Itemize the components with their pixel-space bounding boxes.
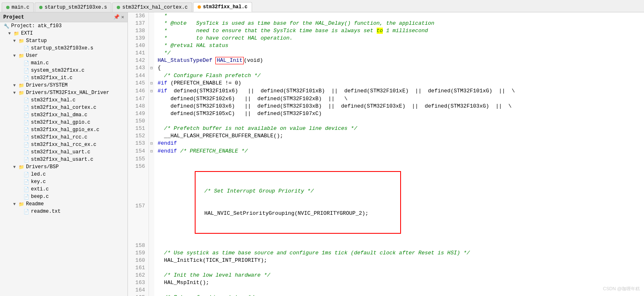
tree-hal-gpio[interactable]: 📄 stm32f1xx_hal_gpio.c [0, 119, 127, 126]
tree-hal-rcc[interactable]: 📄 stm32f1xx_hal_rcc.c [0, 134, 127, 141]
tree-hal-driver-folder[interactable]: ▼ 📁 Drivers/STM32F1xx_HAL_Driver [0, 89, 127, 96]
tree-it-file[interactable]: 📄 stm32f1xx_it.c [0, 74, 127, 82]
line-143: 143 ⊟ { [128, 64, 644, 72]
drivers-system-arrow: ▼ [13, 83, 18, 88]
linenum-148: 148 [128, 103, 149, 110]
line-150: 150 [128, 117, 644, 125]
it-file-label: stm32f1xx_it.c [31, 75, 73, 81]
linefold-160 [149, 257, 154, 264]
beep-c-icon: 📄 [23, 194, 30, 200]
linecontent-143: { [154, 64, 644, 72]
linefold-150 [149, 117, 154, 125]
tree-user-folder[interactable]: ▼ 📁 User [0, 52, 127, 59]
sidebar-controls: 📌 ✕ [113, 14, 124, 20]
linefold-165 [149, 294, 154, 296]
linecontent-149: defined(STM32F105xC) || defined(STM32F10… [154, 110, 644, 117]
exti-c-label: exti.c [31, 186, 49, 192]
hal-driver-arrow: ▼ [13, 91, 18, 95]
tab-label-hal: stm32f1xx_hal.c [203, 4, 248, 10]
linenum-137: 137 [128, 20, 149, 27]
tree-beep-c[interactable]: 📄 beep.c [0, 193, 127, 200]
main-content: Project 📌 ✕ 🔧 Project: atk_f103 ▼ [0, 12, 644, 296]
line-154: 154 ⊟ #endif /* PREFETCH_ENABLE */ [128, 148, 644, 155]
tree-hal-usart[interactable]: 📄 stm32f1xx_hal_usart.c [0, 156, 127, 163]
hal-rcc-ex-icon: 📄 [23, 142, 30, 148]
sidebar-close-button[interactable]: ✕ [121, 14, 124, 20]
linenum-165: 165 [128, 294, 149, 296]
tree-hal-c[interactable]: 📄 stm32f1xx_hal.c [0, 96, 127, 104]
hal-c-icon: 📄 [23, 97, 30, 103]
line-159: 159 /* Use systick as time base source a… [128, 249, 644, 257]
bsp-arrow: ▼ [13, 165, 18, 169]
linecontent-165: /* Return function status */ [154, 294, 644, 296]
tree-hal-rcc-ex[interactable]: 📄 stm32f1xx_hal_rcc_ex.c [0, 141, 127, 148]
tree-hal-uart[interactable]: 📄 stm32f1xx_hal_uart.c [0, 148, 127, 156]
tree-startup-file[interactable]: 📄 startup_stm32f103xe.s [0, 45, 127, 52]
code-editor[interactable]: 136 * 137 * @note SysTick is used as tim… [128, 12, 644, 296]
tree-exti[interactable]: ▼ 📁 EXTI [0, 30, 127, 37]
hal-rcc-ex-label: stm32f1xx_hal_rcc_ex.c [31, 142, 96, 148]
linenum-136: 136 [128, 12, 149, 20]
tab-dot-hal [198, 5, 201, 9]
line-147: 147 defined(STM32F102x6) || defined(STM3… [128, 95, 644, 103]
tree-readme-txt[interactable]: 📄 readme.txt [0, 208, 127, 215]
tree-hal-dma[interactable]: 📄 stm32f1xx_hal_dma.c [0, 111, 127, 119]
key-c-label: key.c [31, 179, 46, 185]
linecontent-164 [154, 287, 644, 294]
hal-c-label: stm32f1xx_hal.c [31, 97, 75, 103]
tree-hal-gpio-ex[interactable]: 📄 stm32f1xx_hal_gpio_ex.c [0, 126, 127, 134]
tree-drivers-system[interactable]: ▼ 📁 Drivers/SYSTEM [0, 82, 127, 89]
line-165: 165 /* Return function status */ [128, 294, 644, 296]
hal-driver-folder-icon: 📁 [18, 90, 25, 96]
tab-startup[interactable]: startup_stm32f103xe.s [35, 2, 111, 12]
led-c-icon: 📄 [23, 171, 30, 177]
line-142: 142 HAL_StatusTypeDef HAL_Init(void) [128, 57, 644, 64]
line-136: 136 * [128, 12, 644, 20]
line-153: 153 ⊟ #endif [128, 140, 644, 148]
drivers-system-icon: 📁 [18, 82, 25, 88]
line-145: 145 ⊟ #if (PREFETCH_ENABLE != 0) [128, 80, 644, 87]
tree-key-c[interactable]: 📄 key.c [0, 178, 127, 186]
linecontent-146: #if defined(STM32F101x6) || defined(STM3… [154, 87, 644, 95]
linecontent-147: defined(STM32F102x6) || defined(STM32F10… [154, 95, 644, 103]
line-152: 152 __HAL_FLASH_PREFETCH_BUFFER_ENABLE()… [128, 132, 644, 140]
tab-main-c[interactable]: main.c [2, 2, 34, 12]
exti-label: EXTI [21, 31, 33, 36]
tree-bsp-folder[interactable]: ▼ 📁 Drivers/BSP [0, 163, 127, 171]
linefold-159 [149, 249, 154, 257]
linenum-156: 156 [128, 163, 149, 202]
hal-cortex-label: stm32f1xx_hal_cortex.c [31, 105, 96, 110]
sidebar: Project 📌 ✕ 🔧 Project: atk_f103 ▼ [0, 12, 128, 296]
project-label: Project: atk_f103 [11, 23, 61, 29]
linefold-156 [149, 163, 154, 202]
startup-folder-icon: 📁 [18, 38, 25, 44]
linecontent-144: /* Configure Flash prefetch */ [154, 72, 644, 80]
linecontent-159: /* Use systick as time base source and c… [154, 249, 644, 257]
tree-exti-c[interactable]: 📄 exti.c [0, 186, 127, 193]
exti-c-icon: 📄 [23, 186, 30, 192]
system-file-label: system_stm32f1xx.c [31, 68, 85, 73]
tree-hal-cortex[interactable]: 📄 stm32f1xx_hal_cortex.c [0, 104, 127, 111]
linenum-139: 139 [128, 35, 149, 42]
tab-cortex[interactable]: stm32f1xx_hal_cortex.c [112, 2, 192, 12]
code-table: 136 * 137 * @note SysTick is used as tim… [128, 12, 644, 296]
sidebar-pin-button[interactable]: 📌 [113, 14, 120, 20]
tab-label-main-c: main.c [12, 5, 29, 10]
tab-hal[interactable]: stm32f1xx_hal.c [193, 2, 252, 12]
tree-main-c[interactable]: 📄 main.c [0, 59, 127, 67]
tree-readme-folder[interactable]: ▼ 📁 Readme [0, 200, 127, 208]
tree-system-file[interactable]: 📄 system_stm32f1xx.c [0, 67, 127, 74]
readme-txt-icon: 📄 [23, 209, 30, 214]
tree-startup-folder[interactable]: ▼ 📁 Startup [0, 37, 127, 45]
tree-project-root[interactable]: 🔧 Project: atk_f103 [0, 22, 127, 30]
linefold-147 [149, 95, 154, 103]
hal-dma-label: stm32f1xx_hal_dma.c [31, 112, 87, 118]
tree-led-c[interactable]: 📄 led.c [0, 171, 127, 178]
line-163: 163 HAL_MspInit(); [128, 279, 644, 287]
linefold-164 [149, 287, 154, 294]
line-137: 137 * @note SysTick is used as time base… [128, 20, 644, 27]
startup-file-label: startup_stm32f103xe.s [31, 45, 93, 51]
linefold-152 [149, 132, 154, 140]
hal-driver-label: Drivers/STM32F1xx_HAL_Driver [26, 90, 109, 96]
linenum-155: 155 [128, 155, 149, 163]
